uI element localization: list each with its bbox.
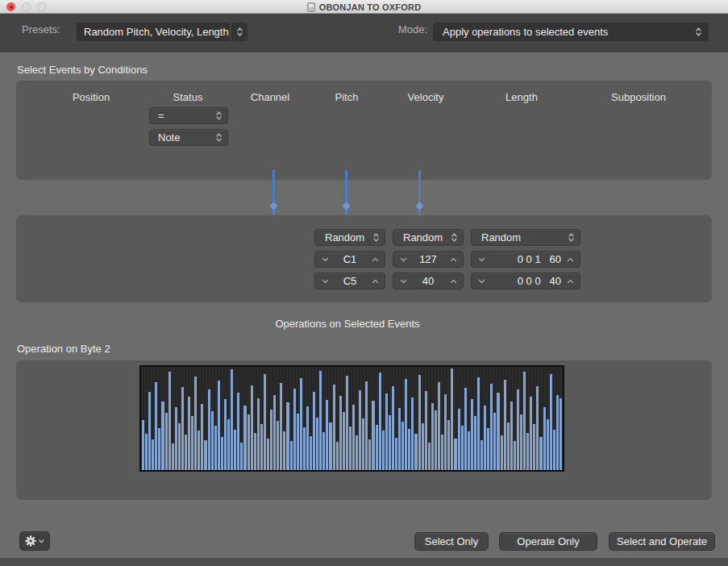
- graph-bar: [471, 399, 473, 470]
- graph-bar: [218, 381, 220, 470]
- graph-bar: [300, 378, 302, 470]
- popup-chevrons-icon: [215, 132, 227, 143]
- mode-dropdown[interactable]: Apply operations to selected events: [433, 23, 709, 41]
- graph-bar: [204, 440, 206, 470]
- graph-bar: [158, 428, 160, 470]
- status-operator-value: =: [150, 110, 215, 122]
- connector-line-velocity: [345, 170, 347, 216]
- graph-bar: [385, 393, 388, 470]
- select-only-button[interactable]: Select Only: [414, 532, 489, 551]
- window-proxy-icon: [307, 2, 315, 12]
- length-operation-dropdown[interactable]: Random: [471, 229, 580, 246]
- stepper-down-button[interactable]: [320, 273, 330, 289]
- graph-bar: [188, 397, 190, 470]
- velocity-max-value: 127: [408, 253, 448, 265]
- graph-bar: [283, 431, 285, 470]
- graph-bar: [319, 371, 322, 470]
- status-operator-dropdown[interactable]: =: [149, 107, 228, 124]
- graph-bar: [474, 416, 476, 470]
- graph-bar: [260, 424, 263, 470]
- graph-bar: [248, 414, 250, 470]
- graph-bar: [329, 422, 331, 470]
- graph-bar: [237, 393, 239, 470]
- graph-bar: [175, 407, 177, 470]
- length-max-stepper[interactable]: 0 0 1 60: [471, 251, 580, 268]
- graph-bar: [444, 394, 447, 470]
- graph-bar: [539, 437, 542, 470]
- graph-bar: [526, 433, 529, 470]
- graph-bar: [224, 399, 227, 470]
- stepper-up-button[interactable]: [370, 252, 380, 267]
- graph-bar: [273, 395, 276, 470]
- column-header-status: Status: [173, 91, 203, 103]
- column-header-pitch: Pitch: [335, 91, 359, 103]
- graph-bar: [441, 435, 443, 470]
- graph-bar: [161, 402, 164, 470]
- stepper-down-button[interactable]: [398, 252, 408, 267]
- stepper-up-button[interactable]: [370, 273, 380, 289]
- graph-bar: [447, 420, 450, 470]
- graph-bar: [414, 434, 417, 470]
- graph-bar: [547, 419, 549, 470]
- pitch-min-stepper[interactable]: C5: [314, 273, 385, 289]
- popup-chevrons-icon: [695, 27, 709, 37]
- graph-bar: [145, 434, 148, 470]
- connector-line-length: [418, 170, 421, 216]
- graph-bar: [556, 395, 559, 470]
- stepper-up-button[interactable]: [448, 252, 458, 267]
- presets-dropdown[interactable]: Random Pitch, Velocity, Length: [77, 23, 230, 41]
- byte2-title: Operation on Byte 2: [17, 343, 110, 355]
- graph-bar: [533, 424, 535, 470]
- chevron-down-icon: [39, 539, 44, 543]
- pitch-operation-value: Random: [315, 231, 372, 243]
- stepper-down-button[interactable]: [320, 252, 330, 267]
- stepper-down-button[interactable]: [476, 252, 486, 267]
- length-max-value: 0 0 1 60: [486, 253, 565, 265]
- graph-bar: [286, 402, 289, 470]
- popup-chevrons-icon: [372, 232, 385, 243]
- select-and-operate-button[interactable]: Select and Operate: [609, 532, 715, 551]
- length-min-value: 0 0 0 40: [486, 275, 565, 287]
- gear-menu-button[interactable]: [19, 531, 50, 551]
- graph-bar: [155, 382, 157, 470]
- length-min-stepper[interactable]: 0 0 0 40: [471, 273, 580, 289]
- graph-bar: [520, 414, 522, 470]
- graph-bar: [264, 374, 266, 470]
- graph-bar: [425, 391, 427, 470]
- velocity-operation-dropdown[interactable]: Random: [393, 229, 464, 246]
- graph-bar: [251, 385, 253, 470]
- graph-bar: [401, 422, 404, 470]
- graph-bar: [418, 375, 421, 470]
- length-operation-value: Random: [472, 231, 568, 243]
- stepper-down-button[interactable]: [476, 273, 486, 289]
- velocity-min-value: 40: [408, 275, 448, 287]
- graph-bar: [211, 411, 214, 470]
- graph-bar: [339, 396, 342, 470]
- graph-bar: [231, 369, 233, 470]
- gear-icon: [25, 535, 36, 547]
- status-value-dropdown[interactable]: Note: [149, 129, 228, 146]
- stepper-up-button[interactable]: [448, 273, 458, 289]
- graph-bar: [536, 386, 539, 470]
- graph-bar: [428, 443, 431, 470]
- graph-bar: [293, 389, 296, 470]
- velocity-max-stepper[interactable]: 127: [393, 251, 464, 268]
- stepper-down-button[interactable]: [398, 273, 408, 289]
- graph-bar: [480, 440, 483, 470]
- velocity-min-stepper[interactable]: 40: [393, 273, 464, 289]
- connector-line-pitch: [272, 170, 275, 216]
- presets-stepper-button[interactable]: [231, 23, 248, 41]
- pitch-max-stepper[interactable]: C1: [314, 251, 385, 268]
- byte2-graph[interactable]: [139, 365, 564, 472]
- operate-only-button[interactable]: Operate Only: [499, 532, 597, 551]
- operate-only-label: Operate Only: [517, 535, 579, 547]
- stepper-up-button[interactable]: [565, 252, 575, 267]
- stepper-up-button[interactable]: [565, 273, 575, 289]
- pitch-operation-dropdown[interactable]: Random: [314, 229, 385, 246]
- graph-bar: [349, 427, 352, 470]
- status-value: Note: [150, 131, 215, 144]
- graph-bar: [422, 423, 424, 470]
- graph-bar: [257, 398, 260, 470]
- popup-chevrons-icon: [215, 110, 227, 121]
- graph-bar: [431, 403, 434, 470]
